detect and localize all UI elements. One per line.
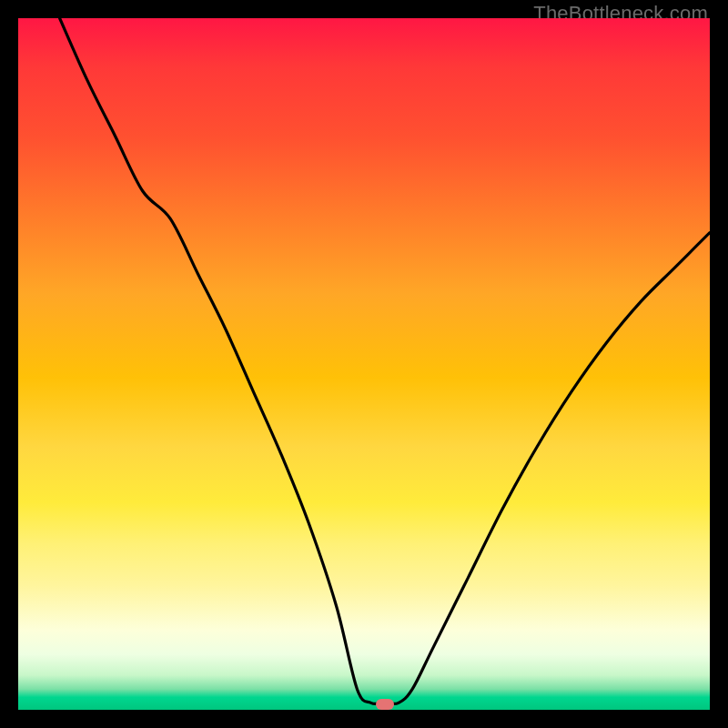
chart-container: TheBottleneck.com	[0, 0, 728, 728]
plot-area	[18, 18, 710, 710]
optimal-marker	[376, 699, 394, 710]
bottleneck-curve	[18, 18, 710, 710]
